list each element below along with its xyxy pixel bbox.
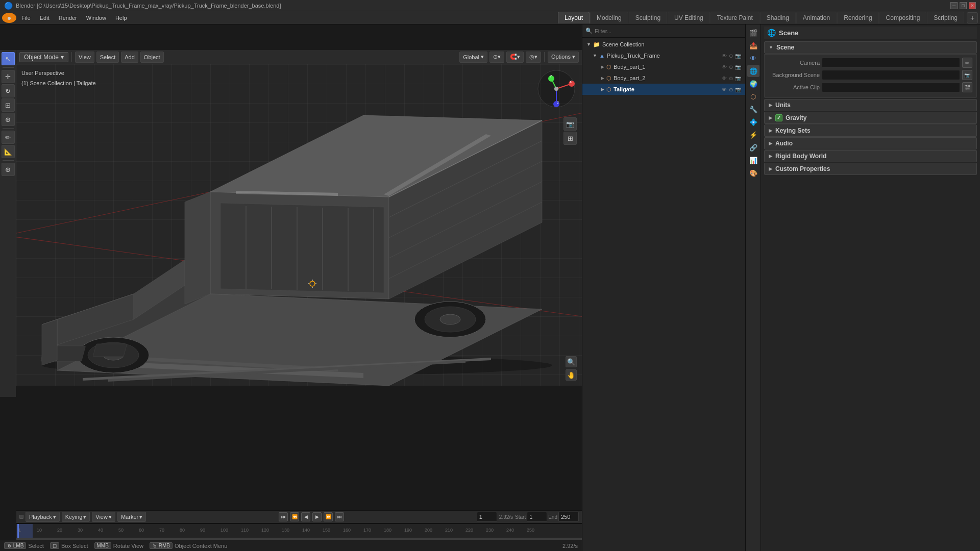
object-mode-dropdown[interactable]: Object Mode ▾ — [19, 52, 68, 62]
marker-dropdown[interactable]: Marker ▾ — [117, 512, 146, 522]
tailgate-render[interactable]: 📷 — [735, 87, 741, 92]
play-reverse-button[interactable]: ◀ — [301, 512, 310, 521]
jump-end-button[interactable]: ⏭ — [335, 512, 344, 521]
tab-animation[interactable]: Animation — [796, 12, 837, 23]
viewport-render-button[interactable]: ⊞ — [564, 132, 577, 145]
menu-render[interactable]: Render — [55, 14, 81, 22]
truck-frame-eye[interactable]: 👁 — [722, 53, 727, 59]
select-menu-button[interactable]: Select — [96, 52, 119, 63]
current-frame-input[interactable] — [477, 512, 497, 522]
tab-texture-paint[interactable]: Texture Paint — [710, 12, 760, 23]
background-scene-value[interactable] — [822, 70, 960, 80]
tab-sculpting[interactable]: Sculpting — [629, 12, 667, 23]
tab-modeling[interactable]: Modeling — [590, 12, 628, 23]
body2-render[interactable]: 📷 — [735, 76, 741, 81]
tab-shading[interactable]: Shading — [760, 12, 796, 23]
world-tab[interactable]: 🌍 — [747, 78, 760, 90]
view-menu-button[interactable]: View — [75, 52, 94, 63]
menu-window[interactable]: Window — [82, 14, 110, 22]
truck-frame-select[interactable]: ⊙ — [729, 53, 733, 59]
pivot-point-button[interactable]: ⊙▾ — [489, 52, 504, 63]
add-menu-button[interactable]: Add — [121, 52, 138, 63]
tab-scripting[interactable]: Scripting — [927, 12, 964, 23]
outliner-search-input[interactable] — [595, 28, 742, 34]
render-tab[interactable]: 🎬 — [747, 27, 760, 39]
outliner-body-part-1[interactable]: ▶ ⬡ Body_part_1 👁 ⊙ 📷 — [582, 61, 745, 72]
window-controls[interactable]: ─ □ ✕ — [950, 2, 976, 9]
zoom-in-button[interactable]: 🔍 — [566, 356, 577, 367]
active-clip-icon[interactable]: 🎬 — [962, 82, 972, 92]
gravity-checkbox[interactable]: ✓ — [775, 114, 782, 121]
transform-tool-button[interactable]: ⊕ — [2, 113, 15, 126]
options-button[interactable]: Options ▾ — [548, 52, 579, 63]
keying-dropdown[interactable]: Keying ▾ — [62, 512, 90, 522]
blender-icon[interactable]: ● — [2, 13, 16, 23]
add-workspace-button[interactable]: + — [967, 12, 978, 23]
object-tab[interactable]: ⬡ — [747, 90, 760, 103]
camera-edit-icon[interactable]: ✏ — [962, 58, 972, 68]
tab-rendering[interactable]: Rendering — [837, 12, 878, 23]
outliner-tailgate[interactable]: ▶ ⬡ Tailgate 👁 ⊙ 📷 — [582, 84, 745, 95]
particles-tab[interactable]: 💠 — [747, 116, 760, 128]
keying-sets-section-header[interactable]: ▶ Keying Sets — [764, 124, 977, 137]
output-tab[interactable]: 📤 — [747, 39, 760, 52]
add-tool-button[interactable]: ⊕ — [2, 163, 15, 176]
gravity-section-header[interactable]: ▶ ✓ Gravity — [764, 112, 977, 124]
outliner-scene-collection[interactable]: ▼ 📁 Scene Collection — [582, 39, 745, 50]
jump-start-button[interactable]: ⏮ — [279, 512, 288, 521]
outliner-body-part-2[interactable]: ▶ ⬡ Body_part_2 👁 ⊙ 📷 — [582, 72, 745, 84]
background-scene-icon[interactable]: 📷 — [962, 70, 972, 80]
start-frame-input[interactable] — [527, 512, 547, 522]
material-tab[interactable]: 🎨 — [747, 167, 760, 179]
scene-tab[interactable]: 🌐 — [747, 65, 760, 77]
view-dropdown[interactable]: View ▾ — [92, 512, 115, 522]
minimize-button[interactable]: ─ — [950, 2, 958, 9]
zoom-out-button[interactable]: 🤚 — [566, 369, 577, 381]
active-clip-value[interactable] — [822, 82, 960, 92]
menu-file[interactable]: File — [17, 14, 35, 22]
select-tool-button[interactable]: ↖ — [2, 52, 15, 65]
camera-value[interactable] — [822, 58, 960, 68]
outliner-truck-frame[interactable]: ▼ ▲ Pickup_Truck_Frame 👁 ⊙ 📷 — [582, 50, 745, 61]
viewport-3d[interactable]: User Perspective (1) Scene Collection | … — [16, 64, 582, 386]
units-section-header[interactable]: ▶ Units — [764, 99, 977, 111]
close-button[interactable]: ✕ — [969, 2, 976, 9]
tailgate-eye[interactable]: 👁 — [722, 87, 727, 92]
body1-render[interactable]: 📷 — [735, 64, 741, 70]
rotate-tool-button[interactable]: ↻ — [2, 84, 15, 97]
next-frame-button[interactable]: ⏩ — [324, 512, 333, 521]
scene-section-header[interactable]: ▼ Scene — [764, 41, 977, 54]
prev-frame-button[interactable]: ⏪ — [290, 512, 299, 521]
body1-eye[interactable]: 👁 — [722, 64, 727, 70]
tab-uv-editing[interactable]: UV Editing — [668, 12, 710, 23]
constraints-tab[interactable]: 🔗 — [747, 141, 760, 154]
move-tool-button[interactable]: ✛ — [2, 70, 15, 83]
tab-layout[interactable]: Layout — [558, 12, 590, 23]
tab-compositing[interactable]: Compositing — [879, 12, 927, 23]
end-frame-input[interactable] — [558, 512, 579, 522]
proportional-edit-button[interactable]: ◎▾ — [526, 52, 541, 63]
tailgate-select[interactable]: ⊙ — [729, 87, 733, 92]
scale-tool-button[interactable]: ⊞ — [2, 98, 15, 112]
rigid-body-section-header[interactable]: ▶ Rigid Body World — [764, 150, 977, 162]
maximize-button[interactable]: □ — [960, 2, 967, 9]
physics-tab[interactable]: ⚡ — [747, 129, 760, 141]
measure-tool-button[interactable]: 📐 — [2, 145, 15, 158]
view-layer-tab[interactable]: 👁 — [747, 52, 760, 64]
play-button[interactable]: ▶ — [312, 512, 322, 521]
playback-dropdown[interactable]: Playback ▾ — [26, 512, 60, 522]
custom-props-section-header[interactable]: ▶ Custom Properties — [764, 163, 977, 175]
body2-select[interactable]: ⊙ — [729, 76, 733, 81]
body1-select[interactable]: ⊙ — [729, 64, 733, 70]
timeline[interactable]: 1 10 20 30 40 50 60 70 80 90 100 110 120… — [16, 523, 582, 540]
snapping-button[interactable]: 🧲▾ — [506, 52, 524, 63]
modifier-tab[interactable]: 🔧 — [747, 103, 760, 115]
data-tab[interactable]: 📊 — [747, 154, 760, 166]
truck-frame-render[interactable]: 📷 — [735, 53, 741, 59]
annotate-tool-button[interactable]: ✏ — [2, 131, 15, 144]
object-menu-button[interactable]: Object — [140, 52, 164, 63]
transform-dropdown[interactable]: Global ▾ — [459, 52, 487, 63]
navigation-gizmo[interactable]: X Y Z — [536, 68, 577, 109]
menu-edit[interactable]: Edit — [36, 14, 54, 22]
body2-eye[interactable]: 👁 — [722, 76, 727, 81]
